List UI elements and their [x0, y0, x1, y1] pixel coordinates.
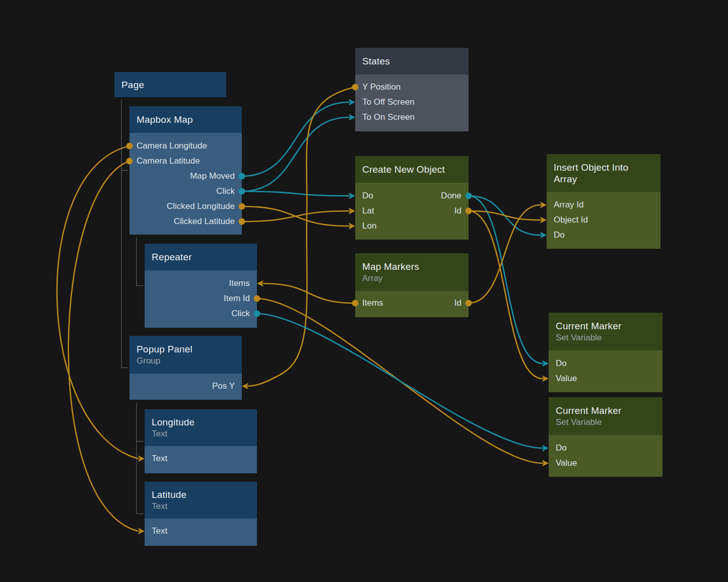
node-header[interactable]: Create New Object: [355, 156, 469, 183]
node-popup[interactable]: Popup PanelGroupPos Y: [129, 336, 242, 400]
node-body: ItemsItem IdClick: [145, 270, 257, 328]
node-body: Camera LongitudeCamera LatitudeMap Moved…: [129, 133, 242, 235]
node-header[interactable]: Mapbox Map: [129, 106, 242, 133]
node-body: ItemsId: [355, 291, 469, 317]
port-label-mapbox-clicked-longitude: Clicked Longitude: [167, 200, 235, 213]
node-create-object[interactable]: Create New ObjectDoLatLonDoneId: [355, 156, 469, 240]
node-layer: PageMapbox MapCamera LongitudeCamera Lat…: [0, 0, 728, 582]
node-header[interactable]: Page: [114, 72, 226, 97]
node-title: Create New Object: [362, 164, 461, 175]
node-body: Pos Y: [129, 374, 242, 400]
port-label-mapbox-camera-latitude: Camera Latitude: [137, 155, 200, 168]
node-title: Mapbox Map: [137, 114, 235, 125]
node-body: Text: [145, 519, 257, 546]
node-header[interactable]: Popup PanelGroup: [129, 336, 242, 374]
port-label-states-to-on-screen: To On Screen: [362, 111, 415, 124]
node-mapbox[interactable]: Mapbox MapCamera LongitudeCamera Latitud…: [129, 106, 242, 235]
node-longitude[interactable]: LongitudeTextText: [145, 409, 257, 473]
port-label-mapbox-click: Click: [216, 185, 235, 198]
port-label-current-marker-1-do: Do: [556, 357, 567, 370]
port-label-create-object-lon: Lon: [362, 220, 376, 233]
port-label-latitude-text: Text: [152, 525, 167, 538]
node-title: Popup Panel: [137, 343, 235, 355]
node-states[interactable]: StatesY PositionTo Off ScreenTo On Scree…: [355, 48, 469, 131]
node-title: Current Marker: [556, 320, 655, 332]
port-label-repeater-items: Items: [229, 277, 250, 290]
node-subtitle: Text: [152, 500, 250, 512]
node-page[interactable]: Page: [114, 72, 226, 97]
port-label-states-y-position: Y Position: [362, 81, 401, 94]
node-header[interactable]: Insert Object Into Array: [547, 154, 660, 192]
port-label-create-object-do: Do: [362, 189, 373, 202]
port-label-repeater-item-id: Item Id: [224, 292, 250, 305]
node-title: Current Marker: [556, 405, 655, 416]
node-current-marker-1[interactable]: Current MarkerSet VariableDoValue: [549, 313, 663, 392]
port-label-mapbox-camera-longitude: Camera Longitude: [137, 139, 207, 153]
port-label-create-object-lat: Lat: [362, 204, 374, 217]
node-title: Map Markers: [362, 261, 461, 272]
node-body: DoLatLonDoneId: [355, 183, 469, 240]
node-header[interactable]: States: [355, 48, 469, 75]
node-body: Y PositionTo Off ScreenTo On Screen: [355, 75, 469, 131]
port-label-insert-array-id: Array Id: [554, 198, 584, 211]
node-body: DoValue: [549, 350, 663, 392]
node-latitude[interactable]: LatitudeTextText: [145, 482, 257, 546]
port-label-current-marker-2-value: Value: [556, 457, 577, 470]
node-header[interactable]: Map MarkersArray: [355, 253, 469, 291]
node-body: DoValue: [549, 435, 663, 477]
port-label-popup-pos-y: Pos Y: [212, 380, 235, 393]
node-map-markers[interactable]: Map MarkersArrayItemsId: [355, 253, 469, 317]
node-title: Insert Object Into Array: [554, 162, 653, 185]
port-label-current-marker-1-value: Value: [556, 372, 577, 385]
node-header[interactable]: LatitudeText: [145, 482, 257, 519]
node-subtitle: Text: [152, 428, 250, 440]
node-title: Page: [121, 79, 219, 91]
node-header[interactable]: Current MarkerSet Variable: [549, 313, 663, 350]
node-subtitle: Array: [362, 272, 461, 284]
port-label-longitude-text: Text: [152, 452, 167, 465]
node-current-marker-2[interactable]: Current MarkerSet VariableDoValue: [549, 397, 663, 477]
node-header[interactable]: Repeater: [145, 244, 257, 270]
port-label-mapbox-map-moved: Map Moved: [190, 170, 235, 183]
port-label-map-markers-items: Items: [362, 297, 383, 310]
node-header[interactable]: LongitudeText: [145, 409, 257, 446]
port-label-create-object-done: Done: [441, 189, 461, 202]
node-subtitle: Group: [137, 355, 235, 367]
node-insert[interactable]: Insert Object Into ArrayArray IdObject I…: [547, 154, 660, 249]
port-label-states-to-off-screen: To Off Screen: [362, 96, 415, 109]
port-label-repeater-click: Click: [231, 307, 250, 320]
node-subtitle: Set Variable: [556, 332, 655, 343]
node-repeater[interactable]: RepeaterItemsItem IdClick: [145, 244, 257, 328]
port-label-mapbox-clicked-latitude: Clicked Latitude: [174, 215, 235, 228]
node-subtitle: Set Variable: [556, 416, 655, 428]
node-body: Text: [145, 446, 257, 473]
port-label-map-markers-id: Id: [454, 297, 461, 310]
port-label-current-marker-2-do: Do: [556, 442, 567, 455]
node-header[interactable]: Current MarkerSet Variable: [549, 397, 663, 435]
port-label-insert-do: Do: [554, 229, 565, 242]
node-body: Array IdObject IdDo: [547, 192, 660, 249]
port-label-insert-object-id: Object Id: [554, 213, 588, 227]
port-label-create-object-id: Id: [454, 204, 461, 217]
node-editor-canvas[interactable]: PageMapbox MapCamera LongitudeCamera Lat…: [0, 0, 728, 582]
node-title: Longitude: [152, 416, 250, 428]
node-title: Latitude: [152, 489, 250, 500]
node-title: States: [362, 55, 461, 67]
node-title: Repeater: [152, 251, 250, 263]
